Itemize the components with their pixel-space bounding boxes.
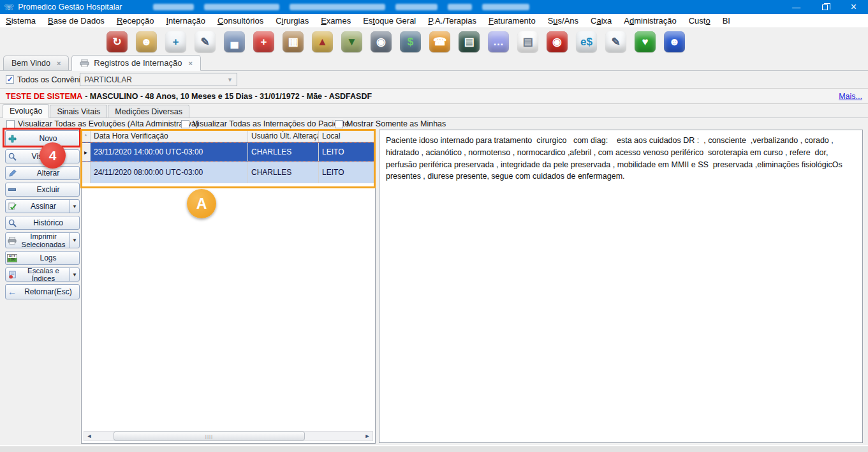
hospital-bed-icon[interactable]: ▄ [224, 31, 245, 52]
reference-book-icon[interactable]: ▤ [459, 31, 480, 52]
cb-todas-internacoes-box[interactable] [181, 120, 189, 128]
annotation-highlight-table [80, 129, 376, 188]
annotation-step-badge: 4 [40, 142, 66, 169]
menu-pa-terapias[interactable]: P.A./Terapias [428, 16, 476, 26]
convenio-combo-value: PARTICULAR [84, 75, 132, 84]
patient-details: - MASCULINO - 48 Anos, 10 Meses e 15 Dia… [85, 92, 372, 101]
menu-sistema[interactable]: Sistema [6, 16, 36, 26]
printer-icon [80, 59, 89, 67]
close-button[interactable]: × [839, 0, 868, 14]
magnifier-icon [6, 153, 18, 161]
cb-somente-minhas[interactable]: Mostrar Somente as Minhas [335, 119, 446, 128]
alterar-button[interactable]: Alterar [5, 166, 80, 180]
cb-todas-internacoes[interactable]: Visualizar Todas as Internações do Pacie… [181, 119, 349, 128]
minimize-button[interactable]: — [782, 0, 811, 14]
tab-medicoes-diversas[interactable]: Medições Diversas [108, 105, 189, 117]
prescription-icon[interactable]: ✎ [195, 31, 216, 52]
assinar-dropdown-icon[interactable]: ▼ [70, 200, 79, 213]
retornar-button[interactable]: ← Retornar(Esc) [5, 284, 80, 299]
excluir-button[interactable]: Excluir [5, 183, 80, 197]
patients-folder-icon[interactable]: ☻ [136, 31, 157, 52]
tab-bem-vindo[interactable]: Bem Vindo × [3, 56, 69, 70]
vitals-book-icon[interactable]: ♥ [635, 31, 656, 52]
history-magnifier-icon [6, 219, 18, 227]
menu-caixa[interactable]: Caixa [591, 16, 612, 26]
historico-button[interactable]: Histórico [5, 216, 80, 230]
patient-name: TESTE DE SISTEMA [6, 92, 82, 101]
main-toolbar: ↻ ☻ + ✎ ▄ + ▦ ▲ ▼ ◉ $ ☎ ▤ … ▤ ◉ e$ ✎ ♥ ☻ [0, 29, 868, 55]
menu-base-de-dados[interactable]: Base de Dados [48, 16, 105, 26]
scales-icon [6, 271, 18, 279]
menu-recepcao[interactable]: Recepção [117, 16, 154, 26]
menu-internacao[interactable]: Internação [166, 16, 205, 26]
assinar-button[interactable]: Assinar ▼ [5, 199, 80, 213]
cb-somente-minhas-box[interactable] [335, 120, 343, 128]
tab-registros-close-icon[interactable]: × [188, 59, 192, 67]
doctor-icon[interactable]: + [165, 31, 186, 52]
menu-sus-ans[interactable]: Sus/Ans [548, 16, 578, 26]
evolution-text-panel[interactable]: Paciente idoso internado para tratamento… [379, 130, 863, 443]
ambulance-icon[interactable]: + [253, 31, 274, 52]
signature-icon [6, 202, 18, 211]
supplies-box-icon[interactable]: ▦ [283, 31, 304, 52]
record-subtabs: Evolução Sinais Vitais Medições Diversas [0, 104, 868, 118]
menu-bar: Sistema Base de Dados Recepção Internaçã… [0, 14, 868, 28]
todos-convenios-checkbox[interactable]: ✓ [6, 75, 14, 84]
title-bar: ☏ Promedico Gestão Hospitalar — × [0, 0, 868, 14]
view-options-row: Visualizar Todas as Evoluções (Alta Admi… [0, 118, 868, 130]
chat-icon[interactable]: … [488, 31, 509, 52]
contract-icon[interactable]: ✎ [605, 31, 626, 52]
imprimir-dropdown-icon[interactable]: ▼ [70, 233, 79, 248]
menu-consultorios[interactable]: Consultórios [217, 16, 263, 26]
back-arrow-icon: ← [6, 287, 18, 297]
tab-sinais-vitais[interactable]: Sinais Vitais [50, 105, 107, 117]
scrollbar-thumb[interactable]: |||| [114, 432, 305, 441]
invoice-icon[interactable]: ▤ [517, 31, 538, 52]
cb-todas-evolucoes-label: Visualizar Todas as Evoluções (Alta Admi… [18, 119, 198, 128]
cb-todas-evolucoes[interactable]: Visualizar Todas as Evoluções (Alta Admi… [6, 119, 198, 128]
sync-patient-icon[interactable]: ↻ [107, 31, 128, 52]
contacts-book-icon[interactable]: ☻ [664, 31, 685, 52]
chevron-down-icon: ▼ [227, 77, 233, 83]
restore-button[interactable] [811, 0, 839, 14]
logs-button[interactable]: ACT LOG Logs [5, 251, 80, 265]
safe-icon[interactable]: ◉ [371, 31, 392, 52]
tab-registros-internacao[interactable]: Registros de Internação × [71, 55, 200, 71]
cb-todas-internacoes-label: Visualizar Todas as Internações do Pacie… [193, 119, 349, 128]
redacted-text [153, 4, 529, 10]
menu-exames[interactable]: Exames [321, 16, 351, 26]
pencil-icon [6, 169, 18, 177]
cb-todas-evolucoes-box[interactable] [6, 120, 15, 128]
menu-estoque-geral[interactable]: Estoque Geral [363, 16, 416, 26]
escalas-dropdown-icon[interactable]: ▼ [70, 268, 79, 281]
scroll-left-icon[interactable]: ◄ [84, 433, 94, 439]
scroll-right-icon[interactable]: ► [362, 433, 372, 439]
tab-evolucao[interactable]: Evolução [3, 104, 49, 118]
escalas-indices-button[interactable]: Escalas e Índices ▼ [5, 267, 80, 282]
status-strip [0, 445, 868, 452]
cash-out-icon[interactable]: ▼ [341, 31, 362, 52]
menu-custo[interactable]: Custo [689, 16, 710, 26]
phonebook-icon[interactable]: ☎ [429, 31, 450, 52]
menu-cirurgias[interactable]: Cirurgias [276, 16, 309, 26]
shutdown-icon[interactable]: ◉ [547, 31, 568, 52]
restore-icon [822, 4, 828, 10]
horizontal-scrollbar[interactable]: ◄ |||| ► [84, 431, 373, 441]
convenio-combo[interactable]: PARTICULAR ▼ [80, 73, 237, 86]
scrollbar-track[interactable]: |||| [94, 432, 362, 441]
minus-icon [6, 188, 18, 191]
finance-chart-icon[interactable]: $ [400, 31, 421, 52]
ebilling-icon[interactable]: e$ [576, 31, 597, 52]
menu-bi[interactable]: BI [723, 16, 730, 26]
document-tab-bar: Bem Vindo × Registros de Internação × [0, 55, 868, 71]
mais-link[interactable]: Mais... [839, 92, 862, 101]
menu-administracao[interactable]: Administração [624, 16, 676, 26]
imprimir-selecionadas-button[interactable]: Imprimir Selecionadas ▼ [5, 232, 80, 248]
logs-icon: ACT LOG [6, 254, 18, 262]
cash-in-icon[interactable]: ▲ [312, 31, 333, 52]
tab-bem-vindo-label: Bem Vindo [11, 59, 50, 68]
tab-bem-vindo-close-icon[interactable]: × [57, 59, 61, 67]
patient-info-bar: TESTE DE SISTEMA - MASCULINO - 48 Anos, … [0, 89, 868, 104]
printer-icon [6, 237, 18, 245]
menu-faturamento[interactable]: Faturamento [489, 16, 536, 26]
